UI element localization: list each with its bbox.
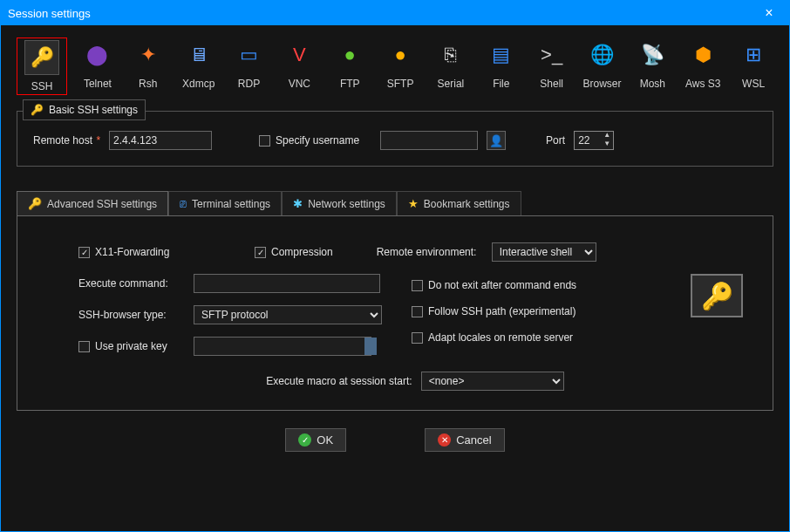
ftp-icon: ● (332, 38, 367, 72)
checkbox-box (78, 341, 90, 352)
file-icon: ▤ (484, 38, 519, 72)
x11-forwarding-checkbox[interactable]: ✓ X11-Forwarding (78, 246, 194, 258)
ssh-browser-label: SSH-browser type: (78, 309, 185, 321)
cancel-icon: ✕ (438, 433, 451, 447)
advanced-ssh-panel: ✓ X11-Forwarding ✓ Compression Remote en… (17, 215, 773, 411)
checkbox-box (412, 306, 423, 317)
session-type-label: Telnet (84, 78, 112, 90)
cancel-button[interactable]: ✕ Cancel (425, 428, 504, 452)
specify-username-label: Specify username (276, 134, 359, 147)
checkbox-box (259, 135, 270, 147)
xdmcp-icon: 🖥 (181, 38, 216, 72)
session-type-mosh[interactable]: 📡Mosh (632, 38, 672, 95)
titlebar: Session settings × (1, 1, 789, 25)
window-title: Session settings (8, 7, 756, 20)
serial-icon: ⎘ (433, 38, 468, 72)
session-type-vnc[interactable]: VVNC (279, 38, 319, 95)
vnc-icon: V (282, 38, 317, 72)
macro-select[interactable]: <none> (421, 372, 564, 391)
browse-key-icon[interactable] (364, 338, 377, 355)
no-exit-label: Do not exit after command ends (428, 279, 576, 291)
wsl-icon: ⊞ (736, 38, 771, 72)
browser-icon: 🌐 (585, 38, 620, 72)
checkbox-box: ✓ (78, 247, 90, 258)
session-type-label: Xdmcp (182, 78, 215, 90)
private-key-checkbox[interactable]: Use private key (78, 340, 185, 352)
close-icon[interactable]: × (756, 5, 782, 21)
port-down-icon[interactable]: ▼ (601, 140, 613, 149)
session-type-label: Mosh (640, 78, 665, 90)
sftp-icon: ● (383, 38, 418, 72)
session-type-label: Rsh (139, 78, 157, 90)
basic-ssh-legend: 🔑 Basic SSH settings (23, 99, 146, 120)
aws-s3-icon: ⬢ (685, 38, 720, 72)
session-type-ssh[interactable]: 🔑SSH (19, 40, 65, 92)
session-type-ftp[interactable]: ●FTP (330, 38, 370, 95)
session-type-label: FTP (340, 78, 360, 90)
session-type-label: SFTP (387, 78, 414, 90)
tab-label: Advanced SSH settings (47, 198, 157, 210)
key-icon: 🔑 (31, 104, 44, 116)
rdp-icon: ▭ (232, 38, 267, 72)
session-type-label: Browser (583, 78, 622, 90)
mosh-icon: 📡 (635, 38, 670, 72)
session-settings-dialog: Session settings × 🔑SSH⬤Telnet✦Rsh🖥Xdmcp… (0, 0, 790, 532)
session-type-key-icon: 🔑 (691, 274, 743, 317)
private-key-input[interactable] (194, 337, 371, 356)
ssh-browser-select[interactable]: SFTP protocol (194, 305, 382, 324)
tab-terminal-settings[interactable]: ⎚Terminal settings (168, 191, 282, 215)
macro-label: Execute macro at session start: (266, 375, 412, 387)
port-spinner[interactable]: ▲ ▼ (574, 131, 614, 150)
advanced-tab-icon: 🔑 (28, 197, 42, 210)
username-input[interactable] (380, 131, 478, 150)
private-key-label: Use private key (95, 340, 167, 352)
session-type-xdmcp[interactable]: 🖥Xdmcp (179, 38, 219, 95)
rsh-icon: ✦ (131, 38, 166, 72)
session-type-file[interactable]: ▤File (481, 38, 521, 95)
adapt-locales-label: Adapt locales on remote server (428, 331, 573, 344)
compression-checkbox[interactable]: ✓ Compression (255, 246, 333, 258)
session-type-sftp[interactable]: ●SFTP (380, 38, 420, 95)
bookmark-tab-icon: ★ (408, 197, 419, 210)
tab-advanced-ssh-settings[interactable]: 🔑Advanced SSH settings (17, 191, 168, 215)
session-type-serial[interactable]: ⎘Serial (431, 38, 471, 95)
session-type-label: Serial (438, 78, 465, 90)
tab-network-settings[interactable]: ✱Network settings (282, 191, 397, 215)
checkbox-box (412, 280, 423, 291)
session-type-browser[interactable]: 🌐Browser (582, 38, 623, 95)
no-exit-checkbox[interactable]: Do not exit after command ends (412, 279, 576, 291)
ssh-icon: 🔑 (24, 40, 59, 75)
remote-host-input[interactable] (109, 131, 212, 150)
terminal-tab-icon: ⎚ (180, 197, 187, 210)
ok-icon: ✓ (298, 433, 311, 447)
session-type-rdp[interactable]: ▭RDP (229, 38, 269, 95)
session-type-label: Shell (540, 78, 563, 90)
session-type-telnet[interactable]: ⬤Telnet (78, 38, 118, 95)
follow-path-label: Follow SSH path (experimental) (428, 305, 575, 317)
session-type-aws-s3[interactable]: ⬢Aws S3 (683, 38, 723, 95)
follow-path-checkbox[interactable]: Follow SSH path (experimental) (412, 305, 576, 317)
ok-button[interactable]: ✓ OK (285, 428, 346, 452)
port-input[interactable] (575, 132, 601, 149)
basic-ssh-fieldset: 🔑 Basic SSH settings Remote host * Speci… (17, 111, 773, 167)
checkbox-box (412, 332, 423, 344)
telnet-icon: ⬤ (80, 38, 115, 72)
session-type-wsl[interactable]: ⊞WSL (733, 38, 773, 95)
session-type-label: Aws S3 (685, 78, 720, 90)
port-label: Port (546, 134, 565, 147)
session-type-shell[interactable]: >_Shell (532, 38, 572, 95)
exec-cmd-input[interactable] (194, 274, 380, 293)
specify-username-checkbox[interactable]: Specify username (259, 134, 359, 147)
checkbox-box: ✓ (255, 247, 266, 258)
session-type-label: RDP (238, 78, 260, 90)
ok-label: OK (317, 433, 333, 447)
session-type-label: SSH (31, 80, 53, 92)
network-tab-icon: ✱ (293, 197, 303, 210)
session-type-row: 🔑SSH⬤Telnet✦Rsh🖥Xdmcp▭RDPVVNC●FTP●SFTP⎘S… (17, 31, 773, 107)
tab-bookmark-settings[interactable]: ★Bookmark settings (397, 191, 521, 215)
adapt-locales-checkbox[interactable]: Adapt locales on remote server (412, 331, 576, 344)
session-type-rsh[interactable]: ✦Rsh (128, 38, 168, 95)
exec-cmd-label: Execute command: (78, 277, 185, 290)
session-type-label: File (493, 78, 509, 90)
user-picker-button[interactable]: 👤 (487, 131, 506, 150)
